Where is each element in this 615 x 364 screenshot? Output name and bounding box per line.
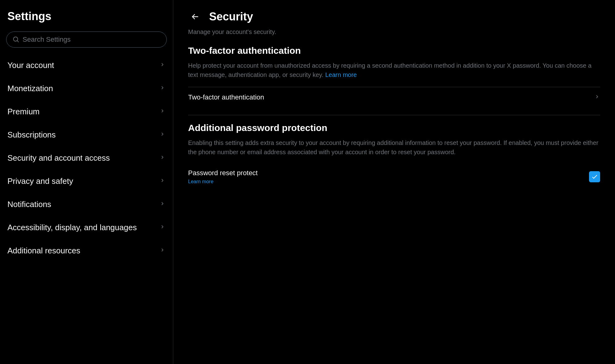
- sidebar-item-label-privacy-and-safety: Privacy and safety: [7, 176, 73, 186]
- sidebar-item-label-notifications: Notifications: [7, 200, 51, 209]
- password-reset-label: Password reset protect: [188, 169, 258, 177]
- sidebar-item-label-security-and-account-access: Security and account access: [7, 153, 110, 163]
- search-placeholder: Search Settings: [23, 36, 71, 44]
- two-factor-description: Help protect your account from unauthori…: [188, 61, 600, 79]
- two-factor-row[interactable]: Two-factor authentication: [188, 87, 600, 108]
- sidebar-item-label-subscriptions: Subscriptions: [7, 130, 56, 140]
- password-learn-more-link[interactable]: Learn more: [188, 179, 258, 184]
- nav-list: Your accountMonetizationPremiumSubscript…: [0, 54, 173, 357]
- two-factor-row-label: Two-factor authentication: [188, 93, 264, 101]
- chevron-icon-subscriptions: [159, 131, 166, 139]
- settings-title: Settings: [0, 7, 173, 29]
- two-factor-title: Two-factor authentication: [188, 45, 600, 56]
- password-reset-row-left: Password reset protect Learn more: [188, 169, 258, 184]
- search-box[interactable]: Search Settings: [6, 32, 167, 48]
- chevron-icon-your-account: [159, 61, 166, 69]
- right-panel: Security Manage your account's security.…: [173, 0, 615, 364]
- two-factor-section: Two-factor authentication Help protect y…: [188, 45, 600, 108]
- password-protection-section: Additional password protection Enabling …: [188, 123, 600, 189]
- two-factor-learn-more-link[interactable]: Learn more: [325, 71, 357, 78]
- sidebar-item-label-accessibility-display-and-languages: Accessibility, display, and languages: [7, 223, 137, 232]
- page-subtitle: Manage your account's security.: [188, 28, 600, 36]
- sidebar-item-label-your-account: Your account: [7, 61, 54, 70]
- password-reset-row: Password reset protect Learn more: [188, 164, 600, 189]
- search-icon: [13, 36, 19, 43]
- page-title: Security: [209, 10, 253, 23]
- sidebar-item-your-account[interactable]: Your account: [0, 54, 173, 77]
- sidebar-item-monetization[interactable]: Monetization: [0, 77, 173, 100]
- sidebar-item-subscriptions[interactable]: Subscriptions: [0, 123, 173, 146]
- sidebar-item-additional-resources[interactable]: Additional resources: [0, 239, 173, 262]
- sidebar-item-accessibility-display-and-languages[interactable]: Accessibility, display, and languages: [0, 216, 173, 239]
- section-divider: [188, 115, 600, 115]
- password-protection-title: Additional password protection: [188, 123, 600, 133]
- back-button[interactable]: [188, 10, 202, 23]
- chevron-icon-additional-resources: [159, 247, 166, 255]
- sidebar-item-privacy-and-safety[interactable]: Privacy and safety: [0, 170, 173, 193]
- sidebar-item-label-premium: Premium: [7, 107, 40, 116]
- chevron-icon-security-and-account-access: [159, 154, 166, 162]
- chevron-icon-premium: [159, 108, 166, 116]
- page-header: Security: [188, 10, 600, 23]
- chevron-icon-accessibility-display-and-languages: [159, 224, 166, 231]
- chevron-icon-privacy-and-safety: [159, 177, 166, 185]
- sidebar-item-security-and-account-access[interactable]: Security and account access: [0, 146, 173, 170]
- chevron-icon-notifications: [159, 201, 166, 208]
- chevron-icon-monetization: [159, 85, 166, 92]
- password-protection-description: Enabling this setting adds extra securit…: [188, 138, 600, 157]
- two-factor-chevron-icon: [594, 94, 600, 101]
- sidebar-item-label-monetization: Monetization: [7, 84, 53, 93]
- sidebar-item-premium[interactable]: Premium: [0, 100, 173, 123]
- password-reset-checkbox[interactable]: [589, 171, 600, 182]
- left-panel: Settings Search Settings Your accountMon…: [0, 0, 173, 364]
- search-container: Search Settings: [0, 29, 173, 54]
- sidebar-item-notifications[interactable]: Notifications: [0, 193, 173, 216]
- sidebar-item-label-additional-resources: Additional resources: [7, 246, 80, 256]
